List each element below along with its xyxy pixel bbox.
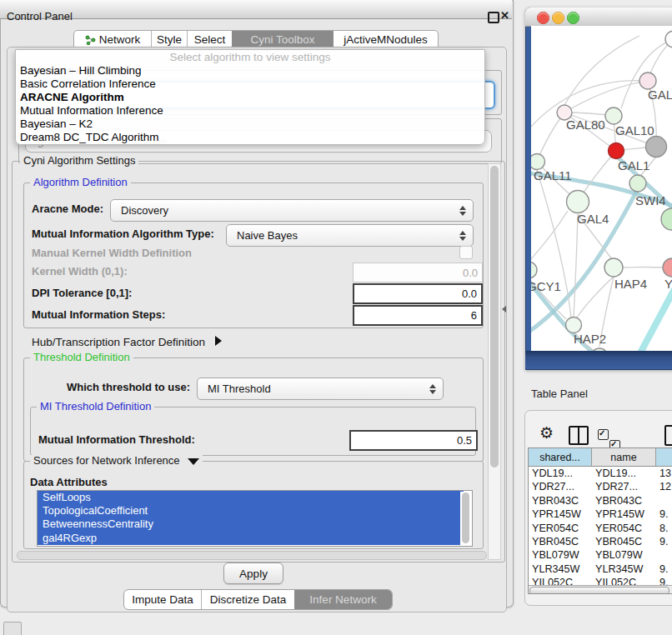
control-panel-titlebar[interactable] (0, 0, 512, 19)
close-traffic-light[interactable] (537, 12, 549, 24)
table-row[interactable]: YDL19...YDL19...13 (529, 467, 672, 480)
network-node[interactable] (629, 175, 646, 192)
mi-steps-field[interactable]: 6 (353, 305, 483, 326)
kernel-width-field[interactable]: 0.0 (353, 262, 483, 282)
network-node[interactable] (531, 262, 537, 278)
network-window-titlebar[interactable] (525, 8, 672, 27)
manual-kernel-label: Manual Kernel Width Definition (32, 247, 192, 259)
mi-type-label: Mutual Information Algorithm Type: (32, 228, 214, 240)
scrollbar-thumb[interactable] (490, 166, 499, 468)
tab-impute-data[interactable]: Impute Data (124, 590, 202, 609)
settings-vertical-scrollbar[interactable] (488, 163, 501, 560)
column-header-partial[interactable] (656, 448, 672, 466)
network-edge[interactable] (531, 211, 568, 262)
threshold-definition-legend: Threshold Definition (30, 352, 133, 363)
table-row[interactable]: YER054CYER054C8. (529, 522, 672, 535)
network-canvas[interactable]: GALGAL80GAL10GAL1GAL11SWI4GAL4HAP4YGCY1H… (531, 26, 672, 351)
algorithm-definition-legend: Algorithm Definition (30, 177, 131, 188)
table-hscroll-thumb[interactable] (529, 587, 669, 595)
network-node[interactable] (665, 31, 672, 48)
node-label: GCY1 (531, 279, 561, 293)
zoom-traffic-light[interactable] (567, 12, 579, 24)
algorithm-option[interactable]: Bayesian – K2 (16, 118, 484, 131)
algorithm-option[interactable]: ARACNE Algorithm (16, 91, 484, 104)
network-edge[interactable] (638, 289, 672, 351)
mi-threshold-label: Mutual Information Threshold: (38, 433, 195, 446)
network-node[interactable] (663, 258, 672, 277)
network-edge[interactable] (564, 36, 639, 105)
aracne-mode-combo[interactable]: Discovery (110, 199, 474, 222)
tab-select[interactable]: Select (188, 31, 232, 48)
network-edge[interactable] (577, 277, 614, 318)
close-icon[interactable]: ✕ (500, 9, 509, 22)
algorithm-dropdown-popup: Select algorithm to view settings Bayesi… (15, 49, 485, 145)
network-node[interactable] (646, 137, 667, 158)
settings-horizontal-scrollbar[interactable] (17, 551, 487, 560)
gear-icon[interactable]: ⚙ (539, 423, 554, 442)
hub-definition-header[interactable]: Hub/Transcription Factor Definition (32, 336, 222, 348)
export-table-icon[interactable] (664, 425, 672, 446)
column-layout-icon[interactable] (569, 426, 589, 445)
table-panel-title: Table Panel (531, 388, 588, 400)
list-scrollbar-thumb[interactable] (462, 492, 469, 543)
panel-grip[interactable] (3, 622, 22, 635)
tab-style[interactable]: Style (152, 31, 188, 48)
table-row[interactable]: YPR145WYPR145W9. (529, 508, 672, 521)
attribute-item[interactable]: TopologicalCoefficient (38, 504, 464, 518)
tab-infer-network[interactable]: Infer Network (294, 590, 392, 609)
algorithm-option[interactable]: Basic Correlation Inference (16, 78, 484, 91)
algorithm-option[interactable]: Dream8 DC_TDC Algorithm (16, 131, 484, 144)
which-threshold-combo[interactable]: MI Threshold (197, 378, 444, 400)
expanded-arrow-icon (188, 458, 199, 465)
table-row[interactable]: YLR345WYLR345W9. (529, 562, 672, 576)
dpi-tolerance-field[interactable]: 0.0 (353, 283, 483, 304)
mi-threshold-field[interactable]: 0.5 (349, 430, 478, 451)
tab-jactivemnodules[interactable]: jActiveMNodules (333, 31, 438, 48)
sources-legend[interactable]: Sources for Network Inference (30, 455, 203, 467)
data-attributes-list[interactable]: SelfLoopsTopologicalCoefficientBetweenne… (37, 490, 473, 547)
float-window-icon[interactable] (488, 12, 499, 23)
attribute-item[interactable]: SelfLoops (38, 491, 464, 504)
column-header-name[interactable]: name (592, 448, 656, 466)
algorithm-option[interactable]: Bayesian – Hill Climbing (16, 64, 484, 78)
mi-type-combo[interactable]: Naive Bayes (226, 224, 474, 247)
network-node[interactable] (639, 72, 656, 89)
tab-discretize-data[interactable]: Discretize Data (202, 590, 294, 609)
network-edge[interactable] (623, 268, 663, 268)
table-row[interactable]: YBR043CYBR043C (529, 494, 672, 508)
network-icon (85, 35, 96, 45)
table-row[interactable]: YBR045CYBR045C9. (529, 535, 672, 548)
data-attributes-label: Data Attributes (30, 476, 108, 488)
manual-kernel-checkbox[interactable] (459, 246, 473, 259)
minimize-traffic-light[interactable] (552, 12, 564, 24)
table-horizontal-scrollbar[interactable] (529, 585, 672, 594)
table-row[interactable]: YDR27...YDR27...12 (529, 480, 672, 493)
table-body: YDL19...YDL19...13YDR27...YDR27...12YBR0… (529, 467, 672, 585)
node-table: shared... name YDL19...YDL19...13YDR27..… (528, 448, 672, 594)
select-all-checkbox-icon[interactable] (598, 429, 609, 440)
network-node[interactable] (661, 208, 672, 230)
network-node[interactable] (605, 108, 622, 124)
algorithm-option[interactable]: Mutual Information Inference (16, 104, 484, 118)
network-node[interactable] (531, 154, 545, 170)
attribute-item[interactable]: BetweennessCentrality (38, 518, 464, 531)
network-window-bottom-frame (525, 351, 672, 368)
table-row[interactable]: YBL079WYBL079W (529, 548, 672, 562)
splitter-collapse-icon[interactable] (502, 306, 506, 312)
list-scrollbar[interactable] (460, 492, 470, 545)
attribute-item[interactable]: gal4RGexp (38, 532, 464, 545)
network-node[interactable] (604, 258, 623, 277)
network-edge[interactable] (574, 214, 578, 317)
tab-cyni-toolbox[interactable]: Cyni Toolbox (232, 31, 333, 48)
network-node[interactable] (567, 191, 589, 213)
table-row[interactable]: YIL052CYIL052C9. (529, 576, 672, 585)
node-label: SWI4 (635, 193, 666, 208)
mi-steps-label: Mutual Information Steps: (32, 308, 165, 321)
network-node[interactable] (566, 318, 582, 333)
column-header-shared-name[interactable]: shared... (529, 448, 592, 466)
tab-network[interactable]: Network (74, 31, 152, 48)
apply-button[interactable]: Apply (223, 562, 283, 584)
combo-arrows-icon (426, 384, 439, 394)
node-label: GAL4 (577, 212, 609, 226)
network-node[interactable] (609, 143, 624, 159)
